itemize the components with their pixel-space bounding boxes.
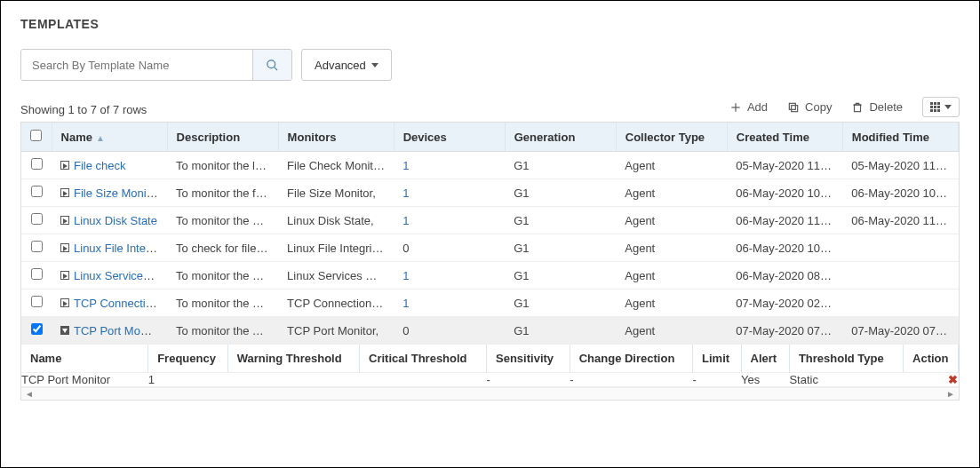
search-button[interactable] (252, 50, 291, 80)
row-checkbox[interactable] (31, 296, 43, 307)
row-devices-link[interactable]: 1 (402, 159, 409, 172)
detail-header-limit[interactable]: Limit (693, 345, 742, 373)
template-link[interactable]: File check (74, 159, 126, 172)
collapse-icon[interactable] (60, 326, 69, 335)
table-row[interactable]: TCP Connectio…To monitor the st…TCP Conn… (21, 290, 959, 317)
sort-asc-icon: ▲ (96, 133, 105, 143)
table-row[interactable]: File checkTo monitor the la…File Check M… (21, 152, 959, 179)
row-name-cell: Linux Services … (52, 262, 167, 290)
horizontal-scrollbar[interactable]: ◄► (21, 387, 959, 400)
detail-cell-change: - (570, 373, 692, 387)
row-modified: 06-May-2020 11:3… (842, 207, 958, 234)
header-description[interactable]: Description (167, 123, 278, 152)
template-link[interactable]: TCP Port Monit… (74, 324, 164, 337)
template-link[interactable]: Linux Disk State (74, 214, 157, 227)
detail-header-action[interactable]: Action (903, 345, 958, 373)
row-devices-link[interactable]: 1 (402, 186, 409, 200)
row-devices-link[interactable]: 1 (402, 269, 409, 282)
header-generation[interactable]: Generation (505, 123, 616, 152)
template-link[interactable]: TCP Connectio… (74, 297, 163, 310)
select-all-checkbox[interactable] (30, 130, 42, 141)
scroll-right-icon: ► (946, 389, 955, 399)
copy-button[interactable]: Copy (787, 100, 832, 114)
page-title: TEMPLATES (20, 17, 960, 31)
plus-icon (729, 101, 742, 114)
row-monitors: Linux Services Mo… (278, 262, 394, 290)
row-monitors: File Check Monitor, (278, 152, 394, 179)
detail-header-change[interactable]: Change Direction (570, 345, 692, 373)
row-checkbox-cell (21, 179, 52, 207)
row-monitors: File Size Monitor, (278, 179, 394, 207)
advanced-label: Advanced (315, 59, 366, 72)
header-devices[interactable]: Devices (394, 123, 505, 152)
row-name-cell: TCP Port Monit… (52, 317, 167, 345)
detail-cell-frequency: 1 (148, 373, 228, 387)
row-description: To monitor the fil… (167, 179, 278, 207)
detail-header-sens[interactable]: Sensitivity (487, 345, 570, 373)
delete-row-icon[interactable]: ✖ (948, 373, 958, 386)
row-name-cell: File Size Monit… (52, 179, 167, 207)
svg-rect-6 (855, 105, 861, 112)
header-name-label: Name (61, 131, 92, 144)
detail-header-frequency[interactable]: Frequency (148, 345, 228, 373)
table-row[interactable]: Linux Services …To monitor the st…Linux … (21, 262, 959, 290)
detail-header-crit[interactable]: Critical Threshold (360, 345, 487, 373)
search-input[interactable] (21, 50, 252, 80)
row-devices: 1 (394, 179, 505, 207)
detail-header-name[interactable]: Name (21, 345, 148, 373)
expand-icon[interactable] (60, 161, 69, 170)
detail-header-alert[interactable]: Alert (741, 345, 789, 373)
row-checkbox[interactable] (31, 158, 43, 170)
detail-data-row: TCP Port Monitor1---YesStatic✖ (21, 373, 958, 387)
row-collector: Agent (616, 179, 727, 207)
table-wrap: Name▲ Description Monitors Devices Gener… (20, 122, 960, 401)
header-created[interactable]: Created Time (727, 123, 842, 152)
detail-header-warn[interactable]: Warning Threshold (227, 345, 359, 373)
row-devices-link[interactable]: 1 (402, 214, 409, 227)
trash-icon (851, 101, 864, 114)
detail-header-ttype[interactable]: Threshold Type (789, 345, 903, 373)
row-checkbox-cell (21, 317, 52, 345)
table-row[interactable]: TCP Port Monit…To monitor the TC…TCP Por… (21, 317, 959, 345)
add-button[interactable]: Add (729, 100, 768, 114)
row-name-cell: File check (52, 152, 167, 179)
header-name[interactable]: Name▲ (52, 123, 167, 152)
row-generation: G1 (505, 207, 616, 234)
row-checkbox[interactable] (31, 323, 43, 335)
template-link[interactable]: File Size Monit… (74, 186, 161, 200)
expand-icon[interactable] (60, 188, 69, 197)
table-row[interactable]: File Size Monit…To monitor the fil…File … (21, 179, 959, 207)
template-link[interactable]: Linux Services … (74, 269, 163, 282)
row-generation: G1 (505, 290, 616, 317)
row-checkbox[interactable] (31, 241, 43, 252)
advanced-button[interactable]: Advanced (301, 49, 392, 81)
expand-icon[interactable] (60, 298, 69, 307)
columns-button[interactable] (922, 97, 960, 117)
svg-point-0 (267, 59, 275, 67)
header-collector[interactable]: Collector Type (616, 123, 727, 152)
expand-icon[interactable] (60, 271, 69, 280)
table-row[interactable]: Linux File Integ…To check for file …Linu… (21, 234, 959, 262)
add-label: Add (747, 100, 768, 114)
row-monitors: Linux File Integrit… (278, 234, 394, 262)
delete-button[interactable]: Delete (851, 100, 903, 114)
row-checkbox[interactable] (31, 268, 43, 280)
row-devices-link[interactable]: 1 (402, 297, 409, 310)
row-created: 06-May-2020 10:0… (727, 234, 842, 262)
grid-icon (930, 102, 940, 112)
expand-icon[interactable] (60, 216, 69, 225)
row-checkbox[interactable] (31, 213, 43, 225)
row-generation: G1 (505, 179, 616, 207)
row-devices: 1 (394, 207, 505, 234)
header-monitors[interactable]: Monitors (278, 123, 394, 152)
svg-line-1 (274, 67, 277, 70)
row-checkbox[interactable] (31, 186, 43, 197)
row-devices: 1 (394, 152, 505, 179)
table-row[interactable]: Linux Disk StateTo monitor the st…Linux … (21, 207, 959, 234)
expand-icon[interactable] (60, 243, 69, 252)
row-collector: Agent (616, 207, 727, 234)
header-modified[interactable]: Modified Time (842, 123, 958, 152)
template-link[interactable]: Linux File Integ… (74, 242, 163, 255)
detail-cell-limit: - (693, 373, 742, 387)
toolbar: Advanced (20, 49, 960, 81)
